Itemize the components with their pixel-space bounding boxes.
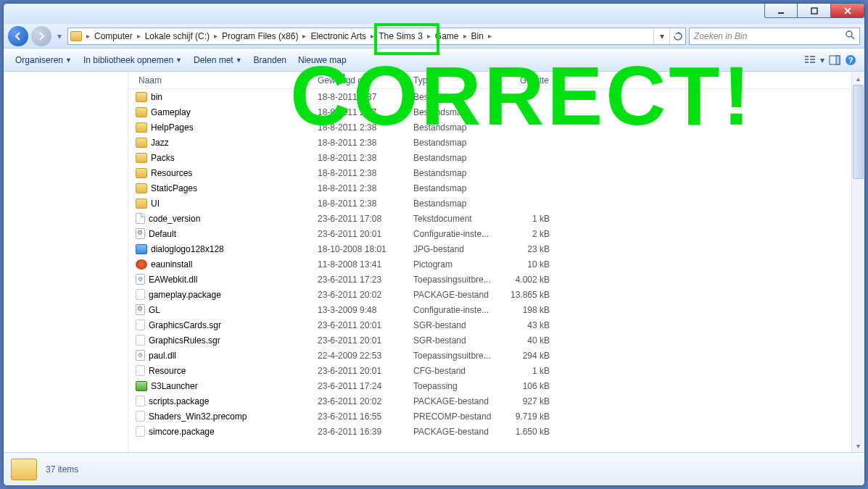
file-row[interactable]: S3Launcher23-6-2011 17:24Toepassing106 k… — [128, 378, 851, 393]
burn-button[interactable]: Branden — [248, 49, 292, 72]
file-name: StaticPages — [151, 183, 197, 193]
file-icon — [136, 168, 147, 178]
file-icon — [136, 411, 145, 422]
share-menu[interactable]: Delen met▼ — [188, 49, 248, 72]
file-row[interactable]: StaticPages18-8-2011 2:38Bestandsmap — [128, 180, 851, 196]
file-icon — [136, 122, 147, 133]
file-row[interactable]: GraphicsCards.sgr23-6-2011 20:01SGR-best… — [128, 317, 851, 333]
new-folder-button[interactable]: Nieuwe map — [292, 49, 352, 72]
file-row[interactable]: eauninstall11-8-2008 13:41Pictogram10 kB — [128, 256, 851, 272]
breadcrumb-separator-icon[interactable]: ▸ — [426, 32, 432, 40]
search-box[interactable]: Zoeken in Bin — [689, 28, 860, 45]
file-name: Resource — [149, 366, 186, 376]
vertical-scrollbar[interactable]: ▴ ▾ — [851, 72, 864, 452]
scroll-thumb[interactable] — [853, 85, 864, 179]
file-date: 23-6-2011 20:01 — [313, 366, 409, 376]
file-type: Bestandsmap — [409, 122, 503, 133]
file-row[interactable]: dialoglogo128x12818-10-2008 18:01JPG-bes… — [128, 241, 851, 256]
close-button[interactable] — [831, 4, 864, 18]
file-row[interactable]: HelpPages18-8-2011 2:38Bestandsmap — [128, 120, 851, 135]
file-row[interactable]: Packs18-8-2011 2:38Bestandsmap — [128, 150, 851, 165]
file-type: SGR-bestand — [409, 320, 503, 330]
column-date[interactable]: Gewijzigd op — [313, 72, 409, 88]
file-date: 13-3-2009 9:48 — [313, 305, 409, 315]
file-row[interactable]: simcore.package23-6-2011 16:39PACKAGE-be… — [128, 424, 851, 439]
file-row[interactable]: Gameplay18-8-2011 2:37Bestandsmap — [128, 104, 851, 120]
include-library-menu[interactable]: In bibliotheek opnemen▼ — [78, 49, 188, 72]
file-date: 23-6-2011 16:55 — [313, 411, 409, 422]
file-row[interactable]: scripts.package23-6-2011 20:02PACKAGE-be… — [128, 393, 851, 409]
file-row[interactable]: Jazz18-8-2011 2:38Bestandsmap — [128, 135, 851, 150]
file-row[interactable]: Default23-6-2011 20:01Configuratie-inste… — [128, 226, 851, 241]
file-date: 23-6-2011 20:02 — [313, 290, 409, 300]
file-name: S3Launcher — [151, 381, 198, 391]
file-type: PACKAGE-bestand — [409, 427, 503, 437]
file-type: Bestandsmap — [409, 107, 503, 117]
file-row[interactable]: GraphicsRules.sgr23-6-2011 20:01SGR-best… — [128, 333, 851, 348]
file-date: 18-8-2011 2:38 — [313, 122, 409, 133]
file-name: code_version — [149, 214, 200, 224]
preview-pane-button[interactable] — [827, 52, 843, 68]
file-row[interactable]: Resource23-6-2011 20:01CFG-bestand1 kB — [128, 363, 851, 378]
file-row[interactable]: Resources18-8-2011 2:38Bestandsmap — [128, 165, 851, 180]
file-name: simcore.package — [149, 427, 215, 437]
navigation-pane[interactable] — [4, 72, 128, 452]
breadcrumb-separator-icon[interactable]: ▸ — [369, 32, 376, 40]
breadcrumb-separator-icon[interactable]: ▸ — [301, 32, 307, 40]
search-placeholder: Zoeken in Bin — [694, 31, 845, 41]
file-row[interactable]: paul.dll22-4-2009 22:53Toepassingsuitbre… — [128, 348, 851, 363]
file-row[interactable]: gameplay.package23-6-2011 20:02PACKAGE-b… — [128, 287, 851, 302]
file-name: bin — [151, 92, 162, 102]
column-name[interactable]: Naam — [128, 72, 313, 88]
refresh-button[interactable] — [669, 28, 685, 44]
scroll-track[interactable] — [852, 85, 864, 439]
breadcrumb-game[interactable]: Game — [432, 28, 462, 44]
breadcrumb-separator-icon[interactable]: ▸ — [85, 32, 91, 40]
address-bar[interactable]: ▸ Computer ▸ Lokale schijf (C:) ▸ Progra… — [67, 28, 686, 45]
minimize-button[interactable] — [764, 4, 798, 18]
scroll-down-button[interactable]: ▾ — [852, 439, 864, 452]
svg-text:?: ? — [848, 56, 853, 64]
file-date: 18-8-2011 2:37 — [313, 107, 409, 117]
file-size: 2 kB — [503, 229, 554, 239]
nav-history-dropdown[interactable]: ▾ — [54, 28, 65, 44]
file-type: Bestandsmap — [409, 92, 503, 102]
breadcrumb-programfiles[interactable]: Program Files (x86) — [219, 28, 301, 44]
search-icon — [845, 30, 855, 42]
back-button[interactable] — [8, 26, 28, 46]
file-icon — [136, 259, 147, 269]
file-row[interactable]: GL13-3-2009 9:48Configuratie-inste...198… — [128, 302, 851, 317]
view-options-button[interactable] — [802, 52, 818, 68]
file-size: 294 kB — [503, 351, 554, 361]
column-headers: Naam ▴ Gewijzigd op Type Grootte — [128, 72, 851, 89]
breadcrumb-sims3[interactable]: The Sims 3 — [376, 28, 426, 44]
file-row[interactable]: UI18-8-2011 2:38Bestandsmap — [128, 196, 851, 211]
breadcrumb-drive[interactable]: Lokale schijf (C:) — [142, 28, 212, 44]
column-type[interactable]: Type — [409, 72, 503, 88]
file-date: 23-6-2011 20:01 — [313, 335, 409, 346]
file-date: 18-10-2008 18:01 — [313, 244, 409, 254]
breadcrumb-computer[interactable]: Computer — [91, 28, 136, 44]
file-type: Bestandsmap — [409, 153, 503, 163]
breadcrumb-ea[interactable]: Electronic Arts — [307, 28, 369, 44]
column-size[interactable]: Grootte — [503, 72, 554, 88]
toolbar: Organiseren▼ In bibliotheek opnemen▼ Del… — [4, 49, 864, 72]
scroll-up-button[interactable]: ▴ — [852, 72, 864, 85]
forward-button[interactable] — [31, 26, 51, 46]
breadcrumb-separator-icon[interactable]: ▸ — [462, 32, 468, 40]
file-row[interactable]: bin18-8-2011 2:37Bestandsmap — [128, 89, 851, 104]
file-row[interactable]: code_version23-6-2011 17:08Tekstdocument… — [128, 211, 851, 226]
file-row[interactable]: Shaders_Win32.precomp23-6-2011 16:55PREC… — [128, 409, 851, 424]
breadcrumb-separator-icon[interactable]: ▸ — [136, 32, 142, 40]
address-dropdown-button[interactable]: ▾ — [653, 28, 669, 44]
breadcrumb-separator-icon[interactable]: ▸ — [212, 32, 219, 40]
file-row[interactable]: EAWebkit.dll23-6-2011 17:23Toepassingsui… — [128, 272, 851, 287]
help-button[interactable]: ? — [843, 52, 859, 68]
breadcrumb-bin[interactable]: Bin — [468, 28, 487, 44]
file-icon — [136, 92, 147, 102]
organize-menu[interactable]: Organiseren▼ — [9, 49, 78, 72]
breadcrumb-separator-icon[interactable]: ▸ — [487, 32, 493, 40]
view-dropdown-button[interactable]: ▾ — [818, 52, 827, 68]
file-size: 198 kB — [503, 305, 554, 315]
maximize-button[interactable] — [798, 4, 831, 18]
